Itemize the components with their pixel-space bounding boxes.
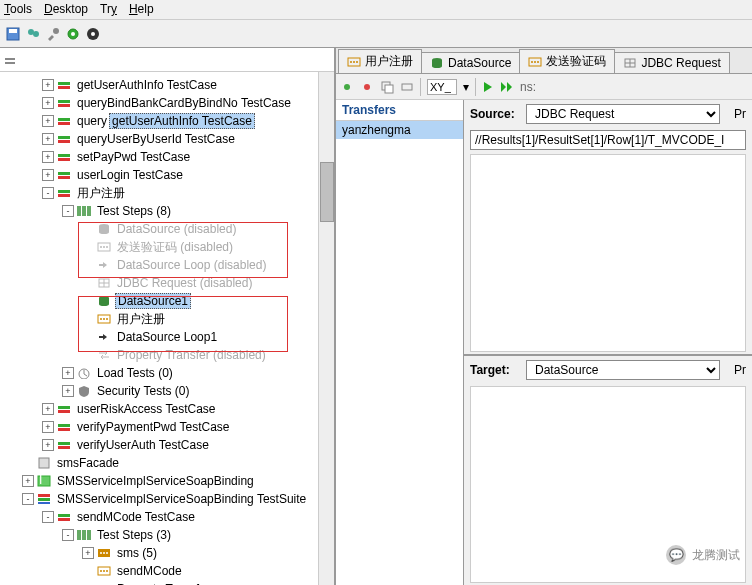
rename-icon[interactable] xyxy=(400,80,414,94)
tree-item[interactable]: +verifyPaymentPwd TestCase xyxy=(2,418,332,436)
expander-icon[interactable]: + xyxy=(42,403,54,415)
tree-item[interactable]: +ISMSServiceImplServiceSoapBinding xyxy=(2,472,332,490)
tree-label[interactable]: DataSource Loop (disabled) xyxy=(115,258,268,272)
tree-label[interactable]: DataSource Loop1 xyxy=(115,330,219,344)
expander-icon[interactable]: + xyxy=(42,133,54,145)
expression-area[interactable] xyxy=(470,154,746,352)
tree-label[interactable]: Property Transfer (disabled) xyxy=(115,348,268,362)
gear-icon[interactable] xyxy=(84,25,102,43)
tree-item[interactable]: +Security Tests (0) xyxy=(2,382,332,400)
tree-label[interactable]: Security Tests (0) xyxy=(95,384,191,398)
tree-label[interactable]: setPayPwd TestCase xyxy=(75,150,192,164)
tree-item[interactable]: -用户注册 xyxy=(2,184,332,202)
tree-label[interactable]: Test Steps (8) xyxy=(95,204,173,218)
tree-item[interactable]: +verifyUserAuth TestCase xyxy=(2,436,332,454)
source-select[interactable]: JDBC Request xyxy=(526,104,720,124)
tree-label[interactable]: JDBC Request (disabled) xyxy=(115,276,254,290)
tree-item[interactable]: -SMSServiceImplServiceSoapBinding TestSu… xyxy=(2,490,332,508)
tree-item[interactable]: Property Transfer xyxy=(2,580,332,585)
tree-label[interactable]: userLogin TestCase xyxy=(75,168,185,182)
tools-icon[interactable] xyxy=(44,25,62,43)
tree-item[interactable]: DataSource1 xyxy=(2,292,332,310)
tree-label[interactable]: verifyPaymentPwd TestCase xyxy=(75,420,232,434)
tree-item[interactable]: DataSource Loop (disabled) xyxy=(2,256,332,274)
expander-icon[interactable]: + xyxy=(62,385,74,397)
expander-icon[interactable]: + xyxy=(82,547,94,559)
tree-label[interactable]: queryBindBankCardByBindNo TestCase xyxy=(75,96,293,110)
tree-item[interactable]: +userRiskAccess TestCase xyxy=(2,400,332,418)
menu-try[interactable]: Try xyxy=(100,2,117,17)
tree-item[interactable]: sendMCode xyxy=(2,562,332,580)
tree-label[interactable]: userRiskAccess TestCase xyxy=(75,402,218,416)
menu-desktop[interactable]: Desktop xyxy=(44,2,88,17)
tree-label[interactable]: sendMCode TestCase xyxy=(75,510,197,524)
prefs-icon[interactable] xyxy=(64,25,82,43)
tree-label[interactable]: Load Tests (0) xyxy=(95,366,175,380)
tree-label[interactable]: 用户注册 xyxy=(75,185,127,202)
tree-label[interactable]: DataSource (disabled) xyxy=(115,222,238,236)
tree-item[interactable]: DataSource Loop1 xyxy=(2,328,332,346)
tree-label[interactable]: getUserAuthInfo TestCase xyxy=(75,78,219,92)
run-icon[interactable] xyxy=(482,81,494,93)
tree-label[interactable]: smsFacade xyxy=(55,456,121,470)
editor-tab[interactable]: DataSource xyxy=(421,52,520,73)
tree-label[interactable]: DataSource1 xyxy=(115,293,191,309)
expand-icon[interactable]: ▾ xyxy=(463,80,469,94)
expander-icon[interactable]: + xyxy=(42,421,54,433)
expander-icon[interactable]: - xyxy=(22,493,34,505)
tree-item[interactable]: Property Transfer (disabled) xyxy=(2,346,332,364)
remove-icon[interactable] xyxy=(360,80,374,94)
editor-tab[interactable]: 发送验证码 xyxy=(519,49,615,73)
tree-label[interactable]: getUserAuthInfo TestCase xyxy=(109,113,255,129)
tree-item[interactable]: +getUserAuthInfo TestCase xyxy=(2,76,332,94)
tree-label[interactable]: sendMCode xyxy=(115,564,184,578)
expander-icon[interactable]: - xyxy=(42,511,54,523)
tree-item[interactable]: +queryUserByUserId TestCase xyxy=(2,130,332,148)
tree-label[interactable]: verifyUserAuth TestCase xyxy=(75,438,211,452)
tree-item[interactable]: JDBC Request (disabled) xyxy=(2,274,332,292)
tree-item[interactable]: +sms (5) xyxy=(2,544,332,562)
editor-tab[interactable]: JDBC Request xyxy=(614,52,729,73)
run-all-icon[interactable] xyxy=(500,81,514,93)
menu-help[interactable]: Help xyxy=(129,2,154,17)
collapse-icon[interactable] xyxy=(4,54,16,66)
transfer-item[interactable]: yanzhengma xyxy=(336,121,463,139)
expander-icon[interactable]: + xyxy=(22,475,34,487)
tree-item[interactable]: 发送验证码 (disabled) xyxy=(2,238,332,256)
expander-icon[interactable]: - xyxy=(42,187,54,199)
expander-icon[interactable]: + xyxy=(42,97,54,109)
expander-icon[interactable]: - xyxy=(62,205,74,217)
tree-item[interactable]: smsFacade xyxy=(2,454,332,472)
expander-icon[interactable]: - xyxy=(62,529,74,541)
tree-item[interactable]: 用户注册 xyxy=(2,310,332,328)
editor-tab[interactable]: 用户注册 xyxy=(338,49,422,73)
expander-icon[interactable]: + xyxy=(42,151,54,163)
users-icon[interactable] xyxy=(24,25,42,43)
tree-label[interactable]: 用户注册 xyxy=(115,311,167,328)
save-icon[interactable] xyxy=(4,25,22,43)
tree-label[interactable]: SMSServiceImplServiceSoapBinding xyxy=(55,474,256,488)
expander-icon[interactable]: + xyxy=(42,169,54,181)
scrollbar[interactable] xyxy=(318,72,334,585)
tree-item[interactable]: +Load Tests (0) xyxy=(2,364,332,382)
tree-item[interactable]: +setPayPwd TestCase xyxy=(2,148,332,166)
expander-icon[interactable]: + xyxy=(42,439,54,451)
tree-item[interactable]: +querygetUserAuthInfo TestCase xyxy=(2,112,332,130)
target-select[interactable]: DataSource xyxy=(526,360,720,380)
tree-label[interactable]: sms (5) xyxy=(115,546,159,560)
copy-icon[interactable] xyxy=(380,80,394,94)
menu-tools[interactable]: TToolsools xyxy=(4,2,32,17)
source-expression-input[interactable]: //Results[1]/ResultSet[1]/Row[1]/T_MVCOD… xyxy=(470,130,746,150)
tree-label[interactable]: SMSServiceImplServiceSoapBinding TestSui… xyxy=(55,492,308,506)
tree-label[interactable]: 发送验证码 (disabled) xyxy=(115,239,235,256)
tree-label[interactable]: Test Steps (3) xyxy=(95,528,173,542)
xy-input[interactable] xyxy=(427,79,457,95)
project-tree[interactable]: +getUserAuthInfo TestCase+queryBindBankC… xyxy=(0,72,334,585)
tree-item[interactable]: -sendMCode TestCase xyxy=(2,508,332,526)
add-icon[interactable] xyxy=(340,80,354,94)
tree-item[interactable]: -Test Steps (3) xyxy=(2,526,332,544)
tree-item[interactable]: +queryBindBankCardByBindNo TestCase xyxy=(2,94,332,112)
tree-item[interactable]: DataSource (disabled) xyxy=(2,220,332,238)
tree-item[interactable]: +userLogin TestCase xyxy=(2,166,332,184)
tree-label[interactable]: queryUserByUserId TestCase xyxy=(75,132,237,146)
